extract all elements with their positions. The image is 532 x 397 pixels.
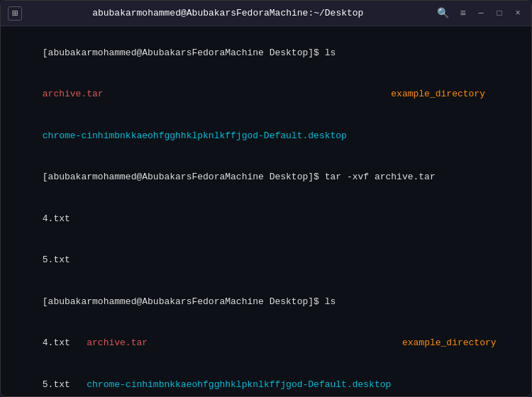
cmd-3: ls: [325, 296, 336, 307]
five-txt: 5.txt: [43, 379, 70, 390]
four-txt: 4.txt: [43, 337, 70, 348]
prompt-3: [abubakarmohammed@AbubakarsFedoraMachine…: [43, 296, 325, 307]
prompt-1: [abubakarmohammed@AbubakarsFedoraMachine…: [43, 47, 325, 58]
line-4: [abubakarmohammed@AbubakarsFedoraMachine…: [9, 157, 523, 198]
line-2: archive.tar example_directory: [9, 74, 523, 116]
new-tab-button[interactable]: ⊞: [8, 6, 22, 21]
line-5: 4.txt: [9, 198, 523, 240]
maximize-button[interactable]: □: [493, 7, 506, 20]
chrome-desktop-1: chrome-cinhimbnkkaeohfgghhklpknlkffjgod-…: [43, 130, 347, 141]
tar-out-2: 5.txt: [43, 255, 70, 265]
archive-tar-1: archive.tar: [43, 89, 104, 99]
window-controls: 🔍 ≡ — □ ×: [434, 6, 524, 21]
search-icon[interactable]: 🔍: [434, 6, 452, 21]
minimize-button[interactable]: —: [475, 7, 487, 20]
example-directory-2: example_directory: [402, 337, 497, 348]
menu-icon[interactable]: ≡: [458, 6, 469, 21]
titlebar: ⊞ abubakarmohammed@AbubakarsFedoraMachin…: [1, 1, 531, 26]
line-7: [abubakarmohammed@AbubakarsFedoraMachine…: [9, 281, 523, 323]
prompt-2: [abubakarmohammed@AbubakarsFedoraMachine…: [43, 172, 325, 182]
example-directory-1: example_directory: [391, 89, 485, 99]
line-9: 5.txt chrome-cinhimbnkkaeohfgghhklpknlkf…: [9, 364, 523, 396]
new-tab-icon: ⊞: [12, 7, 18, 19]
cmd-2: tar -xvf archive.tar: [325, 172, 436, 182]
archive-tar-2: archive.tar: [87, 337, 148, 348]
titlebar-left: ⊞: [8, 6, 22, 21]
chrome-desktop-2: chrome-cinhimbnkkaeohfgghhklpknlkffjgod-…: [87, 379, 391, 390]
terminal-window: ⊞ abubakarmohammed@AbubakarsFedoraMachin…: [0, 0, 532, 397]
window-title: abubakarmohammed@AbubakarsFedoraMachine:…: [22, 8, 434, 18]
terminal-body[interactable]: [abubakarmohammed@AbubakarsFedoraMachine…: [1, 26, 531, 396]
cmd-1: ls: [325, 47, 336, 58]
close-button[interactable]: ×: [511, 7, 524, 20]
line-3: chrome-cinhimbnkkaeohfgghhklpknlkffjgod-…: [9, 115, 523, 157]
tar-out-1: 4.txt: [43, 213, 70, 224]
line-1: [abubakarmohammed@AbubakarsFedoraMachine…: [9, 32, 523, 74]
line-6: 5.txt: [9, 240, 523, 281]
line-8: 4.txt archive.tar example_directory: [9, 323, 523, 364]
